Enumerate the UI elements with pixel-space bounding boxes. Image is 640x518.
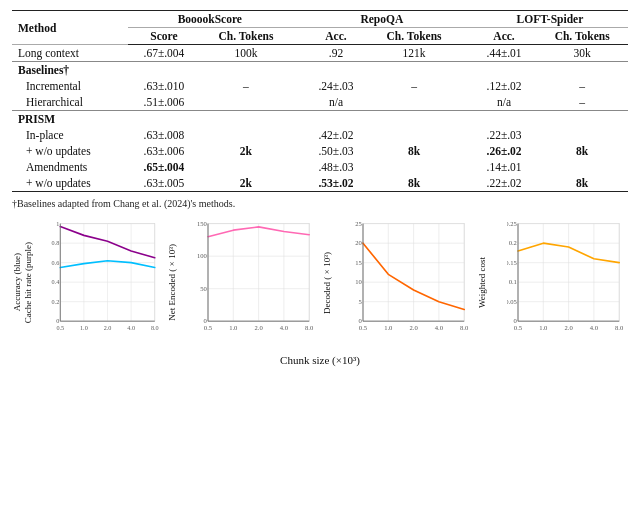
method-cell: Hierarchical	[12, 94, 128, 111]
chart2-svg: 0501001500.51.02.04.08.0	[197, 215, 318, 345]
repoqa-acc-cell: .24±.03	[304, 78, 368, 94]
booook-header: BooookScore	[128, 11, 292, 28]
svg-text:25: 25	[355, 220, 362, 227]
method-cell: + w/o updates	[12, 175, 128, 192]
repoqa-tokens-cell: 121k	[368, 45, 460, 62]
loft-acc-header: Acc.	[472, 28, 536, 45]
chart3-svg: 05101520250.51.02.04.08.0	[352, 215, 473, 345]
loft-tokens-cell: –	[536, 78, 628, 94]
booook-tokens-cell: –	[200, 78, 292, 94]
svg-text:150: 150	[197, 220, 208, 227]
method-cell: Amendments	[12, 159, 128, 175]
loft-acc-cell: .22±.02	[472, 175, 536, 192]
svg-text:2.0: 2.0	[104, 324, 112, 331]
divider2	[460, 11, 472, 28]
svg-text:0.2: 0.2	[52, 298, 60, 305]
method-cell: Incremental	[12, 78, 128, 94]
method-cell: In-place	[12, 127, 128, 143]
method-cell: + w/o updates	[12, 143, 128, 159]
repoqa-acc-cell: .53±.02	[304, 175, 368, 192]
repoqa-acc-cell: .92	[304, 45, 368, 62]
booook-score-cell: .51±.006	[128, 94, 200, 111]
chart3-ylabel: Decoded (×10³)	[322, 252, 333, 314]
repoqa-acc-cell: n/a	[304, 94, 368, 111]
repoqa-tokens-cell: –	[368, 78, 460, 94]
svg-text:8.0: 8.0	[305, 324, 314, 331]
chart2-inner: 0501001500.51.02.04.08.0	[197, 215, 318, 350]
loft-tokens-cell: –	[536, 94, 628, 111]
chart3-ylabel-wrap: Decoded (×10³)	[322, 215, 352, 350]
repoqa-tokens-cell: 8k	[368, 175, 460, 192]
svg-text:4.0: 4.0	[127, 324, 135, 331]
divider1	[292, 11, 304, 28]
booook-tokens-cell: 2k	[200, 143, 292, 159]
chart4-inner: 00.050.10.150.20.250.51.02.04.08.0	[507, 215, 628, 350]
method-header: Method	[12, 11, 128, 45]
booook-tokens-cell: 2k	[200, 175, 292, 192]
svg-text:100: 100	[197, 252, 208, 259]
svg-text:2.0: 2.0	[409, 324, 418, 331]
chart2-wrap: Net Encoded (×10³) 0501001500.51.02.04.0…	[167, 215, 318, 350]
divider-cell	[292, 127, 304, 143]
booook-score-cell: .63±.006	[128, 143, 200, 159]
svg-text:1.0: 1.0	[384, 324, 393, 331]
repoqa-acc-cell: .50±.03	[304, 143, 368, 159]
div1	[292, 28, 304, 45]
booook-score-cell: .63±.010	[128, 78, 200, 94]
table-row: + w/o updates.63±.0052k.53±.028k.22±.028…	[12, 175, 628, 192]
table-row: Incremental.63±.010–.24±.03–.12±.02–	[12, 78, 628, 94]
svg-text:0.25: 0.25	[507, 220, 518, 227]
chart1-inner: 00.20.40.60.810.51.02.04.08.0	[50, 215, 163, 350]
booook-tokens-cell	[200, 94, 292, 111]
svg-text:0.2: 0.2	[509, 239, 517, 246]
svg-text:1: 1	[56, 220, 59, 227]
section-header: Baselines†	[12, 62, 628, 79]
loft-acc-cell: .44±.01	[472, 45, 536, 62]
repoqa-acc-cell: .48±.03	[304, 159, 368, 175]
booook-score-header: Score	[128, 28, 200, 45]
repoqa-tokens-header: Ch. Tokens	[368, 28, 460, 45]
footnote: †Baselines adapted from Chang et al. (20…	[12, 198, 628, 209]
booook-score-cell: .63±.008	[128, 127, 200, 143]
table-row: + w/o updates.63±.0062k.50±.038k.26±.028…	[12, 143, 628, 159]
table-row: Long context.67±.004100k.92121k.44±.0130…	[12, 45, 628, 62]
loft-acc-cell: n/a	[472, 94, 536, 111]
booook-tokens-cell: 100k	[200, 45, 292, 62]
svg-text:0.6: 0.6	[52, 259, 60, 266]
loft-tokens-cell: 8k	[536, 175, 628, 192]
charts-row: Accuracy (blue)Cache hit rate (purple) 0…	[12, 215, 628, 350]
chart4-wrap: Weighted cost 00.050.10.150.20.250.51.02…	[477, 215, 628, 350]
divider-cell	[292, 159, 304, 175]
table-row: Baselines†	[12, 62, 628, 79]
divider-cell	[292, 94, 304, 111]
loft-acc-cell: .12±.02	[472, 78, 536, 94]
chart4-svg: 00.050.10.150.20.250.51.02.04.08.0	[507, 215, 628, 345]
svg-text:50: 50	[200, 285, 207, 292]
loft-tokens-cell: 30k	[536, 45, 628, 62]
chunk-size-label: Chunk size (×10³)	[280, 354, 360, 366]
booook-tokens-cell	[200, 159, 292, 175]
booook-tokens-cell	[200, 127, 292, 143]
repoqa-acc-cell: .42±.02	[304, 127, 368, 143]
repoqa-tokens-cell: 8k	[368, 143, 460, 159]
divider-cell2	[460, 175, 472, 192]
svg-text:2.0: 2.0	[564, 324, 573, 331]
chart2-ylabel: Net Encoded (×10³)	[167, 244, 178, 321]
table-row: PRISM	[12, 111, 628, 128]
svg-text:1.0: 1.0	[229, 324, 238, 331]
svg-text:4.0: 4.0	[280, 324, 289, 331]
booook-score-cell: .65±.004	[128, 159, 200, 175]
repoqa-tokens-cell	[368, 94, 460, 111]
svg-text:0.5: 0.5	[204, 324, 213, 331]
svg-text:2.0: 2.0	[254, 324, 263, 331]
svg-text:0.5: 0.5	[514, 324, 523, 331]
divider-cell	[292, 45, 304, 62]
charts-area: Accuracy (blue)Cache hit rate (purple) 0…	[12, 215, 628, 366]
loft-header: LOFT-Spider	[472, 11, 628, 28]
chart3-inner: 05101520250.51.02.04.08.0	[352, 215, 473, 350]
divider-cell2	[460, 143, 472, 159]
svg-text:4.0: 4.0	[590, 324, 599, 331]
loft-acc-cell: .26±.02	[472, 143, 536, 159]
svg-text:0.4: 0.4	[52, 278, 61, 285]
div2	[460, 28, 472, 45]
